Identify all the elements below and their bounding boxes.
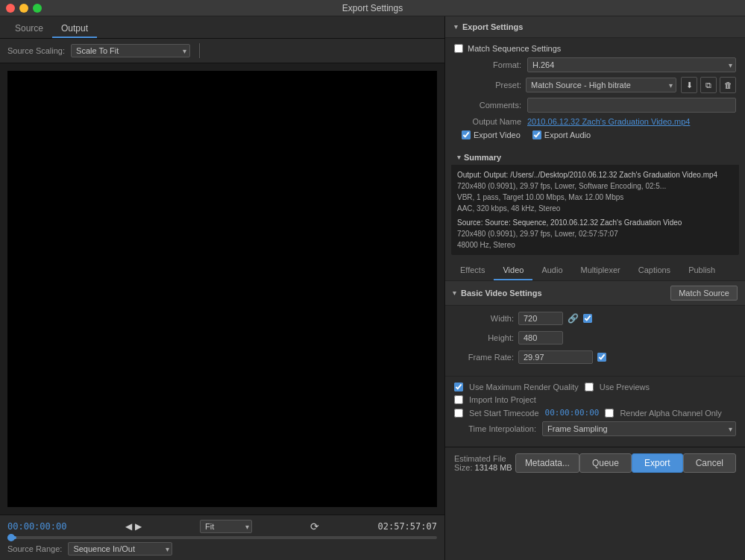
- bottom-options: Use Maximum Render Quality Use Previews …: [445, 376, 745, 447]
- tab-publish[interactable]: Publish: [679, 261, 724, 280]
- right-panel: ▾ Export Settings Match Sequence Setting…: [445, 16, 745, 560]
- time-interpolation-wrapper: Frame Sampling Frame Blending Optical Fl…: [542, 421, 736, 436]
- width-row: Width: 🔗: [454, 312, 736, 325]
- loop-button[interactable]: ⟳: [310, 520, 319, 532]
- source-scaling-row: Source Scaling: Scale To Fit Scale To Fi…: [0, 39, 444, 63]
- timeline-handle[interactable]: [7, 534, 15, 541]
- summary-collapse-icon[interactable]: ▾: [457, 154, 461, 161]
- tab-captions[interactable]: Captions: [629, 261, 679, 280]
- set-start-timecode-checkbox[interactable]: [454, 409, 463, 418]
- tab-effects[interactable]: Effects: [451, 261, 494, 280]
- summary-output-detail3: AAC, 320 kbps, 48 kHz, Stereo: [457, 203, 733, 214]
- video-tabs: Effects Video Audio Multiplexer Captions…: [445, 261, 745, 281]
- queue-button[interactable]: Queue: [579, 453, 632, 473]
- metadata-button[interactable]: Metadata...: [515, 453, 579, 473]
- save-preset-button[interactable]: ⬇: [681, 77, 697, 93]
- max-render-quality-label: Use Maximum Render Quality: [469, 383, 579, 391]
- import-project-row: Import Into Project: [454, 395, 736, 404]
- fit-select-wrapper: Fit 25% 50% 75% 100%: [200, 520, 252, 533]
- time-interpolation-label: Time Interpolation:: [454, 424, 536, 433]
- start-timecode-value: 00:00:00:00: [545, 408, 600, 418]
- minimize-button[interactable]: [19, 4, 28, 13]
- step-forward-button[interactable]: ▶: [135, 521, 142, 532]
- window-controls: [6, 4, 42, 13]
- summary-output-detail1: 720x480 (0.9091), 29.97 fps, Lower, Soft…: [457, 180, 733, 192]
- format-label: Format:: [454, 60, 521, 69]
- estimated-size: Estimated File Size: 13148 MB: [454, 454, 515, 472]
- start-timecode: 00:00:00:00: [7, 521, 66, 532]
- import-project-checkbox[interactable]: [454, 395, 463, 404]
- tab-video[interactable]: Video: [494, 261, 532, 280]
- source-range-select-wrapper: Sequence In/Out Work Area Entire Sequenc…: [68, 542, 172, 556]
- match-sequence-checkbox[interactable]: [454, 44, 463, 53]
- width-label: Width:: [454, 314, 514, 323]
- source-scaling-select[interactable]: Scale To Fit Scale To Fill Stretch To Fi…: [71, 44, 190, 57]
- export-video-checkbox[interactable]: [462, 130, 471, 139]
- time-controls-row: 00:00:00:00 ◀ ▶ Fit 25% 50% 75% 100% ⟳ 0…: [7, 520, 437, 533]
- comments-input[interactable]: [527, 98, 736, 113]
- fit-select[interactable]: Fit 25% 50% 75% 100%: [200, 520, 252, 533]
- match-sequence-row: Match Sequence Settings: [454, 44, 736, 53]
- render-quality-row: Use Maximum Render Quality Use Previews: [454, 383, 736, 391]
- output-name-label: Output Name: [454, 117, 521, 126]
- export-video-label: Export Video: [474, 130, 521, 139]
- tab-output[interactable]: Output: [52, 20, 97, 38]
- preset-dropdown-wrapper: Match Source - High bitrate Match Source…: [526, 78, 676, 92]
- cancel-button[interactable]: Cancel: [683, 453, 736, 473]
- delete-preset-button[interactable]: 🗑: [720, 77, 736, 93]
- export-checks: Export Video Export Audio: [454, 130, 736, 139]
- duplicate-preset-button[interactable]: ⧉: [700, 77, 717, 93]
- preset-select[interactable]: Match Source - High bitrate Match Source…: [526, 78, 676, 92]
- bvs-header: ▾ Basic Video Settings Match Source: [445, 281, 745, 306]
- render-alpha-label: Render Alpha Channel Only: [620, 409, 721, 418]
- export-audio-label: Export Audio: [544, 130, 591, 139]
- format-select[interactable]: H.264 HEVC (H.265) QuickTime MPEG2: [527, 57, 736, 72]
- height-input[interactable]: [518, 331, 563, 345]
- left-panel: Source Output Source Scaling: Scale To F…: [0, 16, 445, 560]
- step-back-button[interactable]: ◀: [125, 521, 132, 532]
- output-name-row: Output Name 2010.06.12.32 Zach's Graduat…: [454, 117, 736, 126]
- width-input[interactable]: [518, 312, 563, 325]
- frame-rate-input[interactable]: [518, 350, 593, 364]
- preview-area: [7, 71, 437, 507]
- tab-multiplexer[interactable]: Multiplexer: [572, 261, 629, 280]
- match-source-button[interactable]: Match Source: [670, 286, 738, 301]
- export-audio-checkbox[interactable]: [532, 130, 541, 139]
- close-button[interactable]: [6, 4, 15, 13]
- source-range-select[interactable]: Sequence In/Out Work Area Entire Sequenc…: [68, 542, 172, 556]
- bvs-content: Width: 🔗 Height: Frame Rate:: [445, 306, 745, 376]
- frame-rate-label: Frame Rate:: [454, 353, 514, 362]
- height-row: Height:: [454, 331, 736, 345]
- max-render-quality-checkbox[interactable]: [454, 383, 463, 391]
- bvs-label: Basic Video Settings: [461, 289, 542, 298]
- summary-content: Output: Output: /Users/../Desktop/2010.0…: [451, 165, 739, 255]
- bvs-collapse-icon[interactable]: ▾: [453, 289, 456, 297]
- right-panel-scroll[interactable]: ▾ Export Settings Match Sequence Setting…: [445, 16, 745, 560]
- bottom-controls: 00:00:00:00 ◀ ▶ Fit 25% 50% 75% 100% ⟳ 0…: [0, 515, 444, 560]
- export-button[interactable]: Export: [632, 453, 683, 473]
- comments-row: Comments:: [454, 98, 736, 113]
- match-sequence-label: Match Sequence Settings: [468, 44, 561, 53]
- preset-row: Preset: Match Source - High bitrate Matc…: [454, 77, 736, 93]
- summary-output-line: Output: Output: /Users/../Desktop/2010.0…: [457, 169, 733, 180]
- use-previews-checkbox[interactable]: [585, 383, 594, 391]
- maximize-button[interactable]: [33, 4, 42, 13]
- timeline-bar[interactable]: [7, 536, 437, 539]
- estimated-size-value: 13148 MB: [475, 463, 512, 472]
- export-audio-item: Export Audio: [532, 130, 591, 139]
- export-settings-title: Export Settings: [462, 22, 523, 31]
- frame-rate-checkbox[interactable]: [597, 353, 606, 362]
- time-interpolation-select[interactable]: Frame Sampling Frame Blending Optical Fl…: [542, 421, 736, 436]
- tab-source[interactable]: Source: [6, 20, 52, 38]
- preset-label: Preset:: [454, 81, 521, 89]
- width-constraint-checkbox[interactable]: [583, 314, 592, 323]
- tab-audio[interactable]: Audio: [532, 261, 571, 280]
- output-name-link[interactable]: 2010.06.12.32 Zach's Graduation Video.mp…: [527, 117, 690, 126]
- height-label: Height:: [454, 333, 514, 342]
- render-alpha-checkbox[interactable]: [605, 409, 614, 418]
- collapse-arrow-icon[interactable]: ▾: [454, 23, 458, 31]
- source-scaling-label: Source Scaling:: [7, 46, 65, 55]
- frame-rate-row: Frame Rate:: [454, 350, 736, 364]
- format-dropdown-wrapper: H.264 HEVC (H.265) QuickTime MPEG2: [527, 57, 736, 72]
- settings-area: Match Sequence Settings Format: H.264 HE…: [445, 38, 745, 150]
